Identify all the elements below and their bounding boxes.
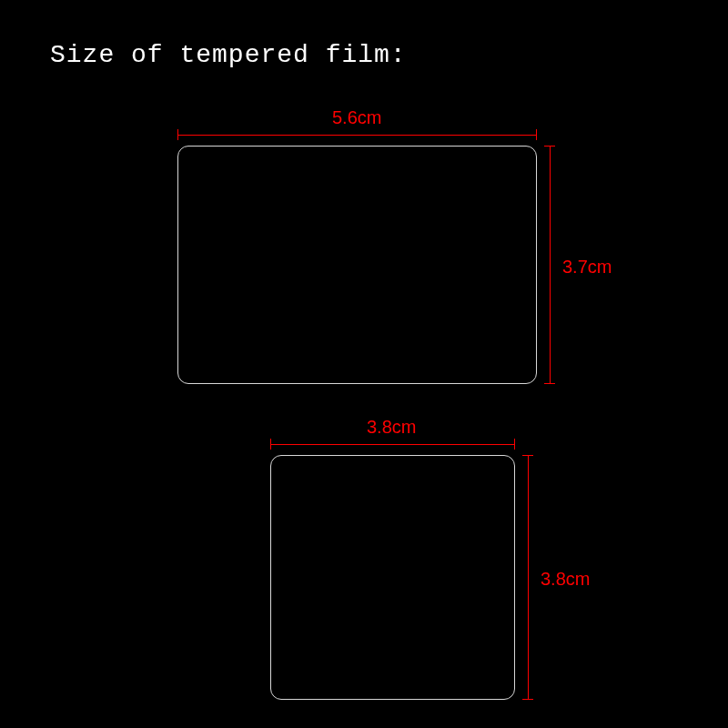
dimension-tick	[544, 383, 555, 384]
dimension-tick	[522, 455, 533, 456]
film-outline-2	[270, 455, 515, 700]
width-label-1: 5.6cm	[332, 107, 381, 128]
dimension-line-right-2	[528, 455, 529, 700]
film-outline-1	[177, 146, 537, 384]
height-label-2: 3.8cm	[541, 569, 590, 590]
dimension-line-top-1	[177, 135, 537, 136]
dimension-tick	[544, 146, 555, 147]
height-label-1: 3.7cm	[562, 257, 612, 278]
dimension-line-top-2	[270, 444, 515, 445]
dimension-tick	[270, 439, 271, 450]
dimension-tick	[177, 129, 178, 140]
dimension-tick	[514, 439, 515, 450]
width-label-2: 3.8cm	[367, 417, 416, 438]
dimension-tick	[522, 699, 533, 700]
dimension-tick	[536, 129, 537, 140]
dimension-line-right-1	[550, 146, 551, 384]
page-title: Size of tempered film:	[50, 41, 407, 69]
